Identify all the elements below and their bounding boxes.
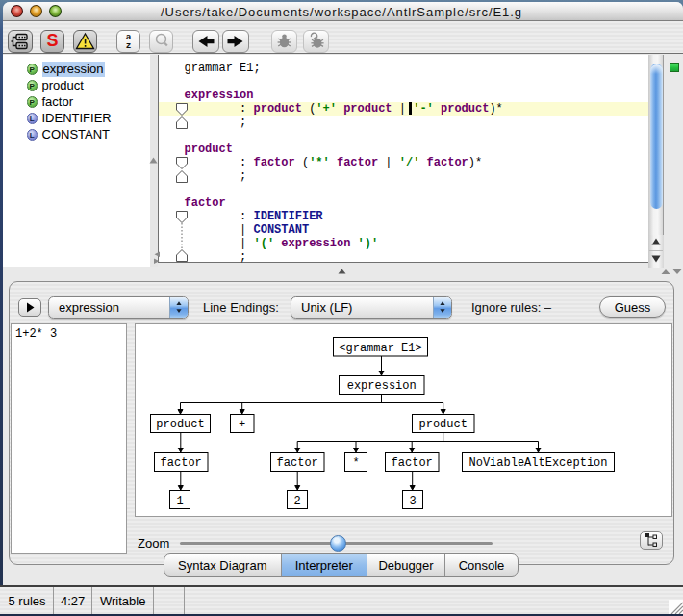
svg-text:2: 2 [293, 495, 300, 508]
svg-text:NoViableAltException: NoViableAltException [468, 456, 607, 470]
svg-text:*: * [352, 456, 359, 470]
svg-text:<grammar E1>: <grammar E1> [339, 342, 421, 355]
svg-text:factor: factor [161, 456, 202, 470]
svg-text:product: product [156, 418, 204, 431]
svg-text:expression: expression [347, 379, 417, 393]
svg-text:3: 3 [409, 495, 416, 508]
svg-text:1: 1 [176, 495, 183, 508]
svg-text:factor: factor [392, 456, 433, 470]
svg-text:+: + [239, 418, 245, 431]
svg-text:product: product [418, 418, 467, 431]
svg-text:factor: factor [277, 456, 318, 470]
